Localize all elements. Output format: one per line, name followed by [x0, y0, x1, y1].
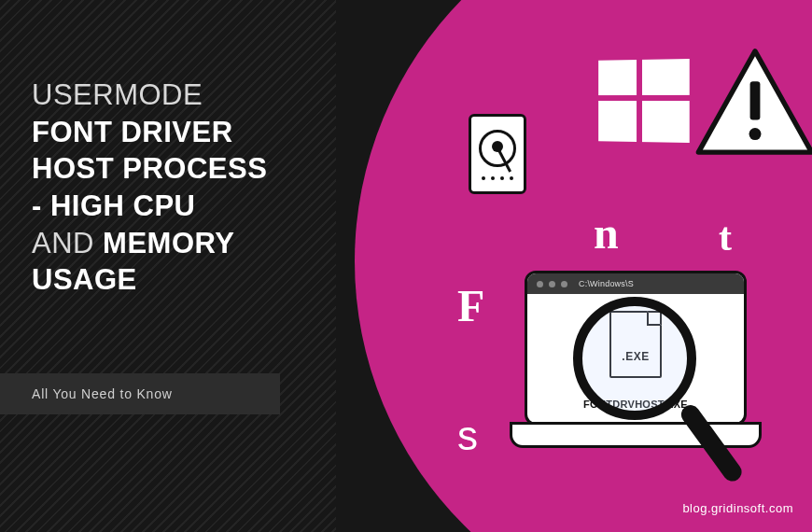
headline-line-1: USERMODE [32, 77, 340, 114]
headline-line-5: AND MEMORY [32, 225, 340, 262]
banner-container: USERMODE FONT DRIVER HOST PROCESS - HIGH… [0, 0, 812, 532]
window-path-text: C:\Windows\S [579, 279, 634, 288]
window-titlebar: C:\Windows\S [527, 273, 744, 294]
hard-drive-arm [497, 149, 511, 172]
magnifying-glass-icon [549, 297, 726, 511]
floating-letter-f: F [457, 280, 484, 331]
svg-point-2 [749, 128, 762, 140]
warning-triangle-icon [694, 47, 812, 162]
subtitle-bar: All You Need to Know [0, 373, 280, 414]
headline-line-2: FONT DRIVER [32, 114, 340, 151]
headline-line-4: - HIGH CPU [32, 188, 340, 225]
headline-line-6: USAGE [32, 261, 340, 299]
windows-logo-icon [598, 59, 688, 141]
headline-line-3: HOST PROCESS [32, 150, 340, 188]
window-control-dot [537, 281, 543, 287]
hard-drive-icon [469, 114, 526, 194]
headline: USERMODE FONT DRIVER HOST PROCESS - HIGH… [32, 77, 340, 299]
window-control-dot [549, 281, 555, 287]
floating-letter-s: s [457, 413, 478, 459]
magnifier-lens [573, 297, 696, 420]
floating-letter-n: n [594, 207, 619, 259]
window-control-dot [561, 281, 567, 287]
svg-rect-1 [750, 81, 761, 119]
source-url: blog.gridinsoft.com [682, 501, 793, 515]
subtitle-text: All You Need to Know [32, 386, 173, 401]
hard-drive-indicators [471, 176, 524, 186]
floating-letter-t: t [719, 215, 732, 259]
